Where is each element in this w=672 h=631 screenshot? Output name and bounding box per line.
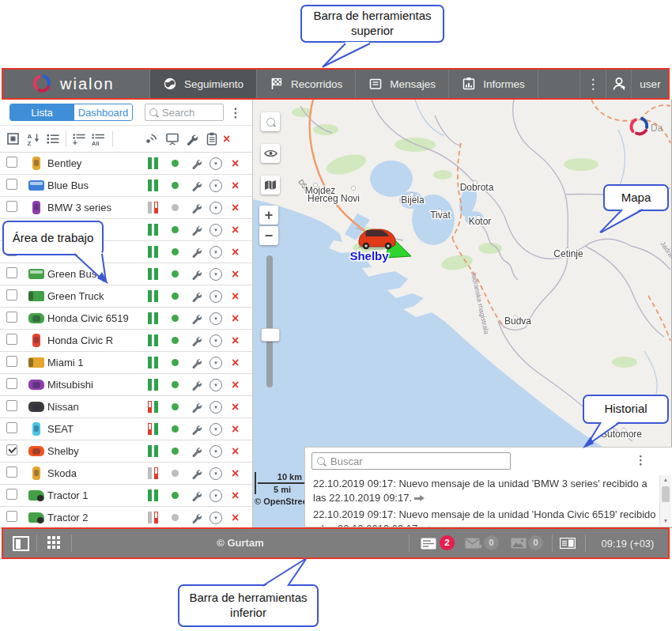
- unit-checkbox[interactable]: [6, 467, 17, 478]
- unit-menu-icon[interactable]: ▾: [210, 445, 232, 458]
- remove-unit-icon[interactable]: ×: [232, 489, 252, 503]
- messages-badge[interactable]: 0: [484, 535, 499, 550]
- unit-row[interactable]: BMW 3 series ▾ ×: [0, 197, 252, 219]
- unit-row[interactable]: Mitsubishi ▾ ×: [0, 374, 252, 396]
- remove-unit-icon[interactable]: ×: [232, 511, 252, 525]
- unit-checkbox[interactable]: [6, 422, 17, 433]
- history-kebab-icon[interactable]: ⋮: [635, 453, 647, 467]
- unit-name[interactable]: Green Bus: [47, 268, 148, 280]
- unit-name[interactable]: Honda Civic R: [47, 334, 148, 346]
- unit-wrench-icon[interactable]: [191, 158, 210, 169]
- select-all-icon[interactable]: [6, 132, 20, 145]
- unit-wrench-icon[interactable]: [191, 446, 210, 457]
- unit-name[interactable]: Honda Civic 6519: [47, 312, 148, 324]
- unit-wrench-icon[interactable]: [191, 335, 210, 346]
- media-badge[interactable]: 0: [528, 535, 543, 550]
- remove-unit-icon[interactable]: ×: [232, 223, 252, 237]
- unit-row[interactable]: Skoda ▾ ×: [0, 463, 252, 485]
- unit-menu-icon[interactable]: ▾: [210, 467, 232, 480]
- unit-name[interactable]: Shelby: [47, 445, 148, 457]
- tab-dashboard[interactable]: Dashboard: [74, 104, 132, 120]
- unit-checkbox[interactable]: [6, 312, 17, 323]
- remove-unit-icon[interactable]: ×: [232, 422, 252, 436]
- show-all-units-icon[interactable]: All: [91, 132, 107, 146]
- unit-menu-icon[interactable]: ▾: [210, 312, 232, 325]
- unit-row[interactable]: Nissan ▾ ×: [0, 396, 252, 418]
- remove-unit-icon[interactable]: ×: [232, 467, 252, 481]
- unit-name[interactable]: Skoda: [47, 467, 148, 479]
- unit-checkbox[interactable]: [6, 400, 17, 411]
- remove-unit-icon[interactable]: ×: [232, 157, 252, 171]
- unit-checkbox[interactable]: [6, 511, 17, 522]
- remove-unit-icon[interactable]: ×: [232, 245, 252, 259]
- tab-lista[interactable]: Lista: [10, 104, 74, 120]
- user-name-label[interactable]: user: [631, 70, 669, 98]
- tab-recorridos[interactable]: Recorridos: [256, 70, 355, 98]
- scrollbar-thumb[interactable]: [662, 486, 670, 502]
- tab-mensajes[interactable]: Mensajes: [355, 70, 448, 98]
- map-visibility-eye-button[interactable]: [261, 144, 280, 163]
- unit-name[interactable]: SEAT: [47, 423, 148, 435]
- right-panel-toggle-icon[interactable]: [560, 538, 576, 552]
- monitor-column-icon[interactable]: [163, 132, 182, 145]
- remove-unit-icon[interactable]: ×: [232, 378, 252, 392]
- unit-row[interactable]: Bentley ▾ ×: [0, 153, 252, 175]
- unit-menu-icon[interactable]: ▾: [210, 157, 232, 170]
- scroll-up-icon[interactable]: ▲: [660, 475, 671, 485]
- list-view-icon[interactable]: [46, 132, 60, 145]
- history-message[interactable]: 22.10.2019 09:17: Nuevo mensaje de la un…: [313, 508, 656, 527]
- unit-checkbox[interactable]: [6, 179, 17, 190]
- unit-name[interactable]: Tractor 2: [47, 512, 148, 523]
- unit-name[interactable]: Green Truck: [47, 290, 148, 302]
- unit-row[interactable]: Tractor 2 ▾ ×: [0, 507, 252, 529]
- unit-wrench-icon[interactable]: [191, 402, 210, 413]
- unit-menu-icon[interactable]: ▾: [210, 334, 232, 347]
- history-search-input[interactable]: [329, 455, 505, 468]
- unit-wrench-icon[interactable]: [191, 424, 210, 435]
- zoom-slider-handle[interactable]: [261, 328, 280, 342]
- driver-messages-icon[interactable]: [465, 538, 482, 553]
- zoom-in-button[interactable]: +: [259, 206, 278, 225]
- remove-unit-icon[interactable]: ×: [232, 400, 252, 414]
- unit-menu-icon[interactable]: ▾: [210, 179, 232, 192]
- unit-row[interactable]: Honda Civic R ▾ ×: [0, 330, 252, 352]
- unit-row[interactable]: Miami 1 ▾ ×: [0, 352, 252, 374]
- unit-checkbox[interactable]: [6, 444, 17, 455]
- media-icon[interactable]: [511, 538, 527, 552]
- unit-wrench-icon[interactable]: [191, 291, 210, 302]
- remove-unit-icon[interactable]: ×: [232, 334, 252, 348]
- delete-column-icon[interactable]: ×: [223, 132, 244, 146]
- notifications-icon[interactable]: [421, 538, 436, 553]
- unit-row[interactable]: Honda Civic 6519 ▾ ×: [0, 308, 252, 330]
- unit-menu-icon[interactable]: ▾: [210, 290, 232, 303]
- unit-row[interactable]: Green Truck ▾ ×: [0, 285, 252, 308]
- unit-wrench-icon[interactable]: [191, 357, 210, 368]
- unit-checkbox[interactable]: [6, 356, 17, 367]
- remove-unit-icon[interactable]: ×: [232, 179, 252, 193]
- unit-menu-icon[interactable]: ▾: [210, 357, 232, 369]
- user-account-icon[interactable]: [606, 70, 631, 98]
- sort-az-icon[interactable]: A Z: [27, 132, 40, 145]
- unit-menu-icon[interactable]: ▾: [210, 202, 232, 214]
- unit-wrench-icon[interactable]: [191, 202, 210, 213]
- unit-menu-icon[interactable]: ▾: [210, 224, 232, 236]
- search-input[interactable]: [160, 106, 210, 119]
- remove-unit-icon[interactable]: ×: [232, 267, 252, 281]
- unit-menu-icon[interactable]: ▾: [210, 246, 232, 259]
- unit-row[interactable]: Tractor 1 ▾ ×: [0, 485, 252, 507]
- tab-informes[interactable]: Informes: [448, 70, 538, 98]
- notifications-badge[interactable]: 2: [440, 535, 455, 550]
- map-search-button[interactable]: [261, 112, 280, 131]
- apps-grid-icon[interactable]: [47, 536, 60, 552]
- unit-wrench-icon[interactable]: [191, 269, 210, 280]
- map-layers-button[interactable]: [261, 176, 280, 195]
- add-units-to-list-icon[interactable]: +: [72, 132, 86, 146]
- unit-row[interactable]: Shelby ▾ ×: [0, 440, 252, 463]
- unit-checkbox[interactable]: [6, 201, 17, 212]
- unit-checkbox[interactable]: [6, 489, 17, 500]
- remove-unit-icon[interactable]: ×: [232, 289, 252, 304]
- properties-column-wrench-icon[interactable]: [182, 133, 201, 145]
- unit-name[interactable]: Bentley: [47, 157, 148, 169]
- unit-wrench-icon[interactable]: [191, 512, 210, 523]
- remove-unit-icon[interactable]: ×: [232, 444, 252, 459]
